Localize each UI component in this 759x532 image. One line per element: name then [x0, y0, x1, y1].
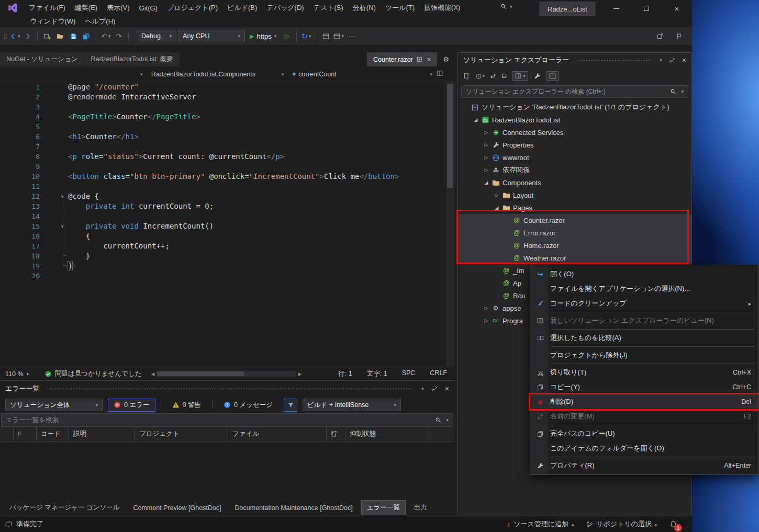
scroll-left-icon[interactable]: ◀ — [151, 371, 154, 377]
context-menu-item[interactable]: 選択したものを比較(A) — [530, 331, 758, 345]
tree-item[interactable]: ◢C#RadzenBlazorTodoList — [458, 114, 691, 126]
column-header[interactable]: 説明 — [69, 427, 135, 441]
menu-item[interactable]: Git(G) — [135, 2, 162, 15]
panel-drag-texture[interactable] — [49, 388, 412, 390]
navigate-back-button[interactable]: ▾ — [9, 29, 20, 43]
menu-item[interactable]: プロジェクト(P) — [162, 1, 222, 15]
context-menu-item[interactable]: 切り取り(T)Ctrl+X — [530, 365, 758, 380]
search-control[interactable]: ▾ — [496, 1, 517, 12]
collapsed-arrow-icon[interactable]: ▷ — [482, 167, 490, 173]
menu-item[interactable]: ファイル(F) — [24, 1, 70, 15]
collapsed-arrow-icon[interactable]: ▷ — [482, 130, 490, 135]
tree-item[interactable]: ▷Connected Services — [458, 126, 691, 139]
chevron-down-icon[interactable]: ▾ — [660, 58, 662, 63]
code-editor[interactable]: 1@page "/counter"2@rendermode Interactiv… — [0, 82, 454, 367]
vertical-scrollbar[interactable] — [446, 82, 454, 367]
start-debugging-button[interactable]: ▶ https ▾ — [247, 29, 280, 43]
breadcrumb-scope-dropdown[interactable]: ▾ — [0, 66, 147, 82]
redo-button[interactable]: ↷ — [113, 29, 125, 43]
chevron-down-icon[interactable]: ▾ — [446, 417, 449, 423]
scrollbar-thumb[interactable] — [157, 371, 244, 376]
expanded-arrow-icon[interactable]: ◢ — [482, 180, 490, 185]
filter-button[interactable] — [284, 399, 297, 412]
tree-item[interactable]: ▷Layout — [458, 189, 691, 201]
tree-item[interactable]: ▷wwwroot — [458, 151, 691, 164]
column-header[interactable]: コード — [37, 427, 69, 441]
menu-item[interactable]: ヘルプ(H) — [80, 14, 120, 29]
tree-item[interactable]: ▷Properties — [458, 139, 691, 151]
menu-item[interactable]: 分析(N) — [348, 1, 381, 15]
toolbar-drag-handle[interactable]: ⣿ — [3, 33, 6, 40]
share-button[interactable] — [654, 29, 666, 43]
pending-changes-filter-icon[interactable]: ◷ — [476, 73, 481, 79]
context-menu-item[interactable]: ファイルを開くアプリケーションの選択(N)... — [530, 281, 758, 296]
split-editor-icon[interactable] — [437, 70, 443, 76]
document-health-indicator[interactable]: 問題は見つかりませんでした — [44, 369, 141, 378]
collapsed-arrow-icon[interactable]: ▷ — [482, 142, 490, 148]
close-icon[interactable]: × — [682, 56, 686, 64]
panel-tab[interactable]: パッケージ マネージャー コンソール — [4, 501, 125, 515]
notifications-button[interactable]: 1 — [669, 520, 677, 528]
context-menu-item[interactable]: プロパティ(R)Alt+Enter — [530, 458, 758, 473]
scope-filter-dropdown[interactable]: ソリューション全体▾ — [5, 399, 103, 411]
panel-tab[interactable]: Comment Preview [GhostDoc] — [128, 502, 226, 514]
doc-tab[interactable]: Counter.razor× — [367, 52, 437, 66]
save-button[interactable] — [68, 29, 79, 43]
preview-selected-items-button[interactable] — [546, 71, 559, 81]
tree-item[interactable]: ◢Components — [458, 176, 691, 189]
expanded-arrow-icon[interactable]: ◢ — [472, 117, 480, 122]
context-menu-item[interactable]: コピー(Y)Ctrl+C — [530, 380, 758, 394]
add-to-source-control-button[interactable]: ↑ ソース管理に追加 ▴ — [507, 519, 574, 529]
close-button[interactable]: × — [662, 0, 692, 17]
zoom-dropdown[interactable]: 110 %▾ — [5, 370, 29, 378]
tree-item[interactable]: ソリューション 'RadzenBlazorTodoList' (1/1 のプロジ… — [458, 101, 691, 114]
fold-chevron-icon[interactable]: ∨ — [40, 191, 68, 201]
pin-icon[interactable] — [669, 57, 675, 63]
open-file-button[interactable] — [54, 29, 66, 43]
hot-reload-button[interactable]: ↻▾ — [300, 29, 312, 43]
panel-drag-texture[interactable] — [577, 59, 651, 62]
build-intellisense-dropdown[interactable]: ビルド + IntelliSense▾ — [303, 399, 401, 411]
horizontal-scrollbar[interactable] — [157, 371, 296, 377]
collapsed-arrow-icon[interactable]: ▷ — [482, 305, 490, 311]
close-icon[interactable]: × — [445, 384, 449, 393]
select-repository-button[interactable]: リポジトリの選択 ▴ — [586, 519, 657, 529]
errors-filter-button[interactable]: 0 エラー — [108, 399, 155, 412]
error-search-input[interactable] — [6, 416, 431, 424]
undo-button[interactable]: ↶▾ — [100, 29, 111, 43]
scrollbar-thumb[interactable] — [447, 84, 453, 188]
close-tab-icon[interactable]: × — [427, 55, 431, 63]
messages-filter-button[interactable]: 0 メッセージ — [218, 399, 278, 412]
menu-item[interactable]: 拡張機能(X) — [419, 1, 465, 15]
line-ending-indicator[interactable]: CRLF — [430, 369, 447, 378]
chevron-down-icon[interactable]: ▾ — [681, 89, 684, 94]
context-menu-item[interactable]: 完全パスのコピー(U) — [530, 426, 758, 441]
panel-tab[interactable]: Documentation Maintenance [GhostDoc] — [230, 502, 358, 514]
solution-layers-button[interactable]: ▾ — [512, 71, 528, 81]
collapse-all-icon[interactable]: ⊟ — [501, 73, 507, 79]
navigate-forward-button[interactable] — [22, 29, 34, 43]
keep-open-icon[interactable] — [417, 56, 422, 62]
maximize-button[interactable] — [631, 0, 662, 17]
menu-item[interactable]: ツール(T) — [381, 1, 419, 15]
new-project-button[interactable] — [41, 29, 53, 43]
context-menu-item[interactable]: ×削除(D)Del — [530, 394, 758, 409]
context-menu-item[interactable]: ↪開く(O) — [530, 267, 758, 281]
error-search-box[interactable]: ▾ — [1, 413, 453, 427]
doc-tab[interactable]: NuGet - ソリューション — [0, 52, 84, 66]
background-tasks-icon[interactable] — [5, 521, 12, 528]
tree-item[interactable]: ▷依存関係 — [458, 164, 691, 176]
editor-options-gear-icon[interactable]: ⚙ — [443, 56, 449, 63]
menu-item[interactable]: デバッグ(D) — [262, 1, 308, 15]
menu-item[interactable]: 表示(V) — [102, 1, 134, 15]
platform-dropdown[interactable]: Any CPU▾ — [178, 30, 245, 42]
toolbar-overflow-button[interactable]: ⋯ — [346, 29, 358, 43]
panel-tab[interactable]: エラー一覧 — [361, 500, 406, 515]
configuration-dropdown[interactable]: Debug▾ — [137, 30, 176, 42]
editor-layout-button[interactable]: ▾ — [333, 29, 344, 43]
doc-tab[interactable]: RadzenBlazorTodoList: 概要 — [85, 52, 180, 66]
column-header[interactable]: プロジェクト — [135, 427, 228, 441]
context-menu-item[interactable]: プロジェクトから除外(J) — [530, 348, 758, 363]
space-indicator[interactable]: SPC — [402, 369, 416, 378]
column-header[interactable]: 行 — [327, 427, 345, 441]
